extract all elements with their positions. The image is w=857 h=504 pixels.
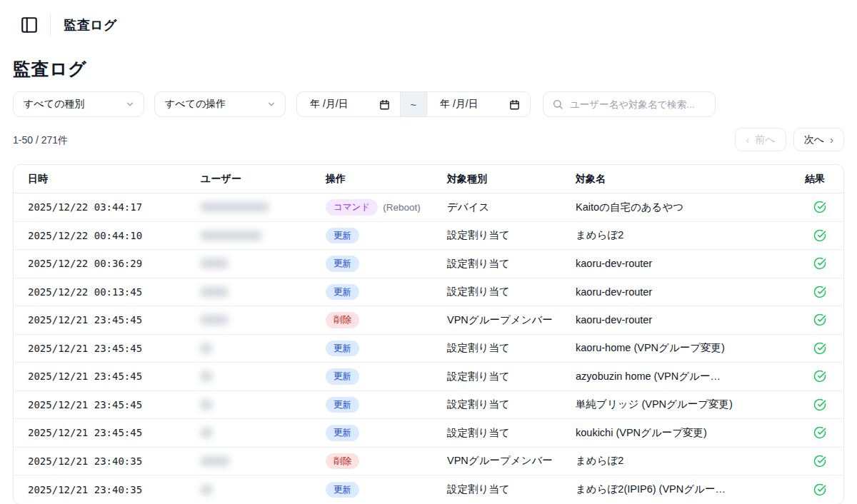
- cell-result: [796, 370, 843, 383]
- redacted-username: [201, 287, 228, 297]
- calendar-icon[interactable]: [379, 99, 390, 110]
- next-page-button[interactable]: 次へ ›: [793, 128, 844, 151]
- cell-target-type: VPNグループメンバー: [447, 454, 576, 468]
- cell-user: [201, 456, 326, 466]
- calendar-icon[interactable]: [509, 99, 520, 110]
- cell-target-type: 設定割り当て: [447, 257, 576, 271]
- action-badge: 更新: [326, 341, 359, 357]
- cell-datetime: 2025/12/21 23:40:35: [28, 484, 201, 495]
- type-filter-select[interactable]: すべての種別: [13, 91, 144, 117]
- cell-action: 更新: [326, 341, 447, 357]
- check-circle-icon: [813, 483, 826, 496]
- cell-user: [201, 287, 326, 297]
- page-title: 監査ログ: [13, 57, 86, 81]
- cell-datetime: 2025/12/21 23:40:35: [28, 455, 201, 467]
- table-row[interactable]: 2025/12/21 23:45:45 更新 設定割り当て koukichi (…: [14, 419, 843, 448]
- date-to-placeholder: 年 /月/日: [440, 98, 478, 111]
- cell-result: [796, 483, 843, 496]
- table-row[interactable]: 2025/12/22 03:44:17 コマンド (Reboot) デバイス K…: [14, 193, 843, 222]
- check-circle-icon: [813, 426, 826, 439]
- appbar: 監査ログ: [0, 0, 857, 50]
- cell-user: [201, 428, 326, 438]
- cell-datetime: 2025/12/22 03:44:17: [28, 201, 201, 213]
- type-filter-value: すべての種別: [24, 98, 84, 111]
- check-circle-icon: [813, 257, 826, 270]
- col-header-action: 操作: [326, 173, 447, 186]
- next-page-label: 次へ: [804, 133, 824, 146]
- appbar-title: 監査ログ: [64, 16, 117, 34]
- action-badge: 更新: [326, 368, 359, 385]
- action-badge: 更新: [326, 397, 359, 413]
- cell-target-name: まめらぼ2: [576, 454, 796, 468]
- cell-target-type: 設定割り当て: [447, 370, 576, 383]
- cell-target-type: VPNグループメンバー: [447, 313, 576, 327]
- cell-action: 更新: [326, 256, 447, 272]
- cell-target-name: kaoru-dev-router: [576, 314, 796, 326]
- cell-target-name: kaoru-dev-router: [576, 258, 796, 269]
- action-badge: コマンド: [326, 199, 378, 216]
- result-count: 1-50 / 271件: [13, 134, 68, 147]
- action-badge: 更新: [326, 425, 359, 441]
- table-row[interactable]: 2025/12/21 23:40:35 削除 VPNグループメンバー まめらぼ2: [14, 448, 843, 476]
- cell-target-name: まめらぼ2(IPIP6) (VPNグルー…: [576, 483, 796, 496]
- date-from-input[interactable]: 年 /月/日: [297, 92, 400, 116]
- prev-page-button[interactable]: ‹ 前へ: [735, 128, 786, 151]
- cell-target-type: デバイス: [447, 201, 576, 214]
- date-to-input[interactable]: 年 /月/日: [427, 92, 530, 116]
- cell-datetime: 2025/12/21 23:45:45: [28, 314, 201, 326]
- table-row[interactable]: 2025/12/22 00:13:45 更新 設定割り当て kaoru-dev-…: [14, 278, 843, 307]
- cell-user: [201, 258, 326, 268]
- cell-action: 更新: [326, 228, 447, 244]
- cell-target-type: 設定割り当て: [447, 341, 576, 355]
- filter-bar: すべての種別 すべての操作 年 /月/日 ~ 年 /月/日: [0, 91, 857, 117]
- cell-target-name: kaoru-home (VPNグループ変更): [576, 341, 796, 355]
- prev-page-label: 前へ: [755, 133, 775, 146]
- table-row[interactable]: 2025/12/21 23:45:45 更新 設定割り当て kaoru-home…: [14, 335, 843, 363]
- redacted-username: [201, 258, 228, 268]
- table-row[interactable]: 2025/12/21 23:45:45 更新 設定割り当て azyobuzin …: [14, 363, 843, 391]
- cell-user: [201, 400, 326, 410]
- table-row[interactable]: 2025/12/21 23:45:45 削除 VPNグループメンバー kaoru…: [14, 306, 843, 335]
- cell-datetime: 2025/12/21 23:45:45: [28, 343, 201, 354]
- cell-target-name: Kaitoの自宅のあるやつ: [576, 201, 796, 214]
- cell-user: [201, 315, 326, 325]
- action-badge: 更新: [326, 284, 359, 301]
- redacted-username: [201, 315, 228, 325]
- cell-result: [796, 313, 843, 326]
- cell-action: 更新: [326, 425, 447, 441]
- action-note: (Reboot): [383, 202, 421, 213]
- col-header-user: ユーザー: [201, 173, 326, 186]
- chevron-left-icon: ‹: [746, 134, 749, 145]
- chevron-right-icon: ›: [830, 134, 833, 145]
- search-input[interactable]: [570, 99, 706, 110]
- action-badge: 削除: [326, 453, 359, 470]
- cell-user: [201, 231, 326, 241]
- check-circle-icon: [813, 370, 826, 383]
- col-header-datetime: 日時: [28, 173, 201, 186]
- cell-action: 削除: [326, 312, 447, 328]
- redacted-username: [201, 400, 212, 410]
- cell-action: 更新: [326, 482, 447, 498]
- panel-left-icon[interactable]: [20, 16, 39, 34]
- search-icon: [552, 99, 563, 110]
- cell-user: [201, 371, 326, 381]
- action-filter-select[interactable]: すべての操作: [154, 91, 286, 117]
- table-row[interactable]: 2025/12/22 00:44:10 更新 設定割り当て まめらぼ2: [14, 222, 843, 251]
- audit-log-table: 日時 ユーザー 操作 対象種別 対象名 結果 2025/12/22 03:44:…: [13, 164, 844, 504]
- action-badge: 更新: [326, 256, 359, 272]
- cell-target-name: 単純ブリッジ (VPNグループ変更): [576, 398, 796, 411]
- date-range-separator: ~: [400, 92, 427, 116]
- table-row[interactable]: 2025/12/21 23:45:45 更新 設定割り当て 単純ブリッジ (VP…: [14, 391, 843, 420]
- date-range-group: 年 /月/日 ~ 年 /月/日: [296, 91, 531, 117]
- redacted-username: [201, 485, 212, 495]
- table-row[interactable]: 2025/12/22 00:36:29 更新 設定割り当て kaoru-dev-…: [14, 250, 843, 278]
- table-row[interactable]: 2025/12/21 23:40:35 更新 設定割り当て まめらぼ2(IPIP…: [14, 475, 843, 504]
- cell-result: [796, 201, 843, 213]
- cell-datetime: 2025/12/21 23:45:45: [28, 371, 201, 382]
- action-filter-value: すべての操作: [165, 98, 226, 111]
- cell-target-type: 設定割り当て: [447, 398, 576, 411]
- table-body: 2025/12/22 03:44:17 コマンド (Reboot) デバイス K…: [14, 193, 843, 504]
- check-circle-icon: [813, 455, 826, 468]
- cell-target-name: koukichi (VPNグループ変更): [576, 426, 796, 440]
- cell-result: [796, 426, 843, 439]
